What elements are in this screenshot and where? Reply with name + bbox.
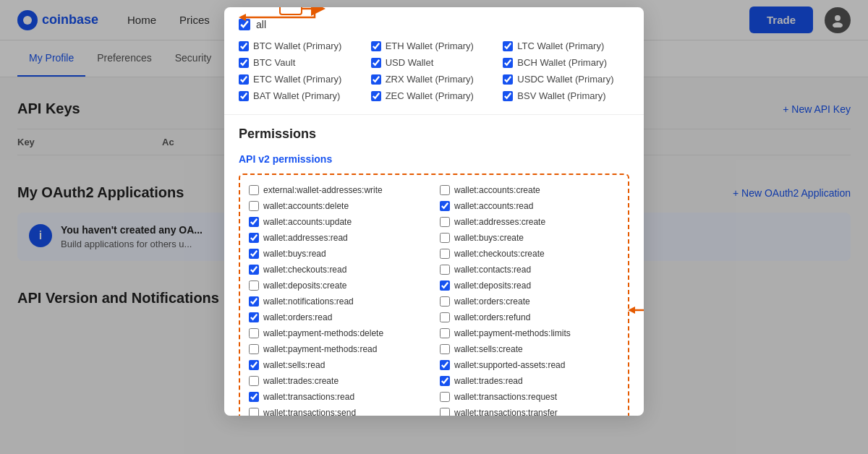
- permission-checkbox[interactable]: [440, 249, 450, 259]
- permission-item: wallet:payment-methods:limits: [440, 327, 619, 330]
- modal: all BTC Wallet: [224, 7, 644, 330]
- permission-checkbox[interactable]: [440, 233, 450, 243]
- permission-checkbox[interactable]: [249, 217, 259, 227]
- wallet-checkbox[interactable]: [239, 91, 249, 101]
- wallet-item: BAT Wallet (Primary): [239, 89, 365, 103]
- wallet-label: USDC Wallet (Primary): [517, 74, 613, 85]
- permission-checkbox[interactable]: [440, 217, 450, 227]
- annotation-arrow-all2: [235, 7, 322, 21]
- permission-checkbox[interactable]: [249, 280, 259, 291]
- permission-checkbox[interactable]: [440, 280, 450, 291]
- permission-checkbox[interactable]: [249, 265, 259, 275]
- modal-overlay[interactable]: all BTC Wallet: [0, 0, 868, 330]
- permission-item: wallet:checkouts:read: [249, 263, 428, 276]
- permission-label: wallet:deposits:create: [263, 280, 346, 291]
- permission-item: wallet:addresses:read: [249, 231, 428, 244]
- annotation-arrow-right: [628, 299, 644, 321]
- wallet-checkbox[interactable]: [239, 41, 249, 51]
- permission-label: wallet:deposits:read: [454, 280, 531, 291]
- permission-label: wallet:addresses:read: [263, 233, 348, 243]
- permission-label: wallet:checkouts:read: [263, 265, 346, 275]
- permission-label: wallet:accounts:delete: [263, 201, 349, 211]
- permission-label: external:wallet-addresses:write: [263, 185, 383, 195]
- permission-checkbox[interactable]: [440, 296, 450, 307]
- wallet-label: LTC Wallet (Primary): [517, 40, 604, 51]
- permission-item: wallet:addresses:create: [440, 215, 619, 228]
- wallet-label: BSV Wallet (Primary): [517, 90, 605, 101]
- permission-label: wallet:buys:read: [263, 249, 326, 259]
- permission-item: wallet:accounts:delete: [249, 200, 428, 213]
- wallet-checkbox[interactable]: [503, 74, 513, 85]
- permission-checkbox[interactable]: [249, 312, 259, 322]
- permission-label: wallet:accounts:read: [454, 201, 533, 211]
- permission-item: wallet:notifications:read: [249, 295, 428, 308]
- api-v2-label: API v2 permissions: [239, 153, 629, 165]
- wallet-checkbox[interactable]: [239, 74, 249, 85]
- wallet-label: BTC Vault: [253, 57, 295, 68]
- permission-checkbox[interactable]: [440, 201, 450, 211]
- permission-checkbox[interactable]: [249, 296, 259, 307]
- permissions-section: Permissions API v2 permissions external:…: [224, 115, 644, 330]
- wallet-item: ZEC Wallet (Primary): [371, 89, 498, 103]
- permission-checkbox[interactable]: [249, 201, 259, 211]
- permission-label: wallet:buys:create: [454, 233, 524, 243]
- permission-label: wallet:accounts:create: [454, 185, 540, 195]
- wallet-checkbox[interactable]: [503, 41, 513, 51]
- wallet-item: BTC Wallet (Primary): [239, 39, 365, 53]
- permission-label: wallet:addresses:create: [454, 217, 545, 227]
- wallet-checkbox[interactable]: [239, 58, 249, 68]
- wallet-label: USD Wallet: [386, 57, 434, 68]
- wallet-checkbox[interactable]: [371, 58, 381, 68]
- permission-item: wallet:buys:read: [249, 247, 428, 260]
- permission-item: wallet:orders:create: [440, 295, 619, 308]
- permission-item: wallet:contacts:read: [440, 263, 619, 276]
- permission-label: wallet:orders:create: [454, 296, 530, 307]
- permission-checkbox[interactable]: [249, 249, 259, 259]
- wallet-label: ZEC Wallet (Primary): [386, 90, 474, 101]
- permission-label: wallet:orders:refund: [454, 312, 530, 322]
- permission-item: wallet:deposits:create: [249, 279, 428, 292]
- wallet-checkbox[interactable]: [371, 91, 381, 101]
- permission-label: wallet:checkouts:create: [454, 249, 545, 259]
- wallet-item: USD Wallet: [371, 56, 498, 69]
- permission-checkbox[interactable]: [249, 328, 259, 330]
- permission-item: external:wallet-addresses:write: [249, 184, 428, 197]
- wallet-checkbox[interactable]: [503, 91, 513, 101]
- permission-item: wallet:deposits:read: [440, 279, 619, 292]
- wallet-item: ZRX Wallet (Primary): [371, 72, 498, 86]
- wallet-label: ZRX Wallet (Primary): [386, 74, 474, 85]
- permission-label: wallet:payment-methods:delete: [263, 328, 383, 330]
- wallet-label: ETH Wallet (Primary): [386, 40, 474, 51]
- permission-item: wallet:orders:refund: [440, 311, 619, 324]
- permission-checkbox[interactable]: [249, 185, 259, 195]
- permission-checkbox[interactable]: [440, 328, 450, 330]
- wallet-all-row: all: [239, 19, 629, 30]
- permission-item: wallet:payment-methods:delete: [249, 327, 428, 330]
- wallet-label: BCH Wallet (Primary): [517, 57, 607, 68]
- permissions-grid: external:wallet-addresses:writewallet:ac…: [249, 184, 619, 330]
- wallet-grid: BTC Wallet (Primary)ETH Wallet (Primary)…: [239, 39, 629, 103]
- permission-item: wallet:orders:read: [249, 311, 428, 324]
- wallet-item: BCH Wallet (Primary): [503, 56, 629, 69]
- wallet-item: ETH Wallet (Primary): [371, 39, 498, 53]
- svg-marker-6: [239, 14, 246, 21]
- wallet-label: BAT Wallet (Primary): [253, 90, 340, 101]
- wallet-item: BSV Wallet (Primary): [503, 89, 629, 103]
- wallet-checkbox[interactable]: [371, 74, 381, 85]
- permission-checkbox[interactable]: [440, 312, 450, 322]
- wallet-label: BTC Wallet (Primary): [253, 40, 341, 51]
- permissions-title: Permissions: [239, 127, 629, 142]
- permission-label: wallet:accounts:update: [263, 217, 352, 227]
- wallet-section: all BTC Wallet: [224, 7, 644, 115]
- permission-item: wallet:accounts:read: [440, 200, 619, 213]
- permission-checkbox[interactable]: [249, 233, 259, 243]
- permissions-grid-wrapper: external:wallet-addresses:writewallet:ac…: [239, 174, 629, 330]
- wallet-checkbox[interactable]: [371, 41, 381, 51]
- wallet-checkbox[interactable]: [503, 58, 513, 68]
- wallet-item: LTC Wallet (Primary): [503, 39, 629, 53]
- permission-checkbox[interactable]: [440, 265, 450, 275]
- permission-checkbox[interactable]: [440, 185, 450, 195]
- permission-item: wallet:accounts:update: [249, 215, 428, 228]
- wallet-item: BTC Vault: [239, 56, 365, 69]
- wallet-label: ETC Wallet (Primary): [253, 74, 341, 85]
